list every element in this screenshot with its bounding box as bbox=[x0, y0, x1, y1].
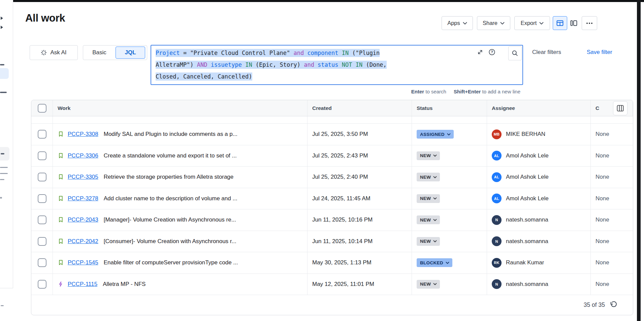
ellipsis-icon bbox=[586, 22, 593, 24]
syntax-help-button[interactable]: ? bbox=[488, 49, 495, 57]
avatar[interactable]: AL bbox=[492, 194, 502, 203]
status-badge[interactable]: ASSIGNED bbox=[417, 130, 454, 139]
work-table-body: PCCP-3308Modify SAL and Plugin to includ… bbox=[31, 124, 633, 295]
run-search-button[interactable] bbox=[508, 46, 522, 60]
issue-summary[interactable]: [Manager]- Volume Creation with Asynchro… bbox=[104, 216, 236, 223]
story-icon bbox=[58, 216, 64, 223]
issue-key-link[interactable]: PCCP-1115 bbox=[68, 281, 97, 288]
expand-editor-button[interactable] bbox=[477, 49, 483, 57]
jql-token: and bbox=[300, 61, 318, 68]
apps-button[interactable]: Apps bbox=[442, 16, 473, 30]
story-icon bbox=[58, 152, 64, 159]
jql-query-input[interactable]: Project = "Private Cloud Control Plane" … bbox=[151, 45, 523, 85]
ask-ai-button[interactable]: Ask AI bbox=[30, 45, 78, 60]
chevron-down-icon bbox=[433, 219, 437, 221]
row-checkbox[interactable] bbox=[38, 173, 46, 181]
row-checkbox[interactable] bbox=[38, 130, 46, 139]
issue-summary[interactable]: Retrieve the storage properties from All… bbox=[104, 174, 234, 180]
column-header-created[interactable]: Created bbox=[308, 100, 412, 116]
jql-mode-button[interactable]: JQL bbox=[116, 47, 145, 59]
configure-columns-button[interactable] bbox=[613, 101, 627, 115]
table-row: PCCP-3308Modify SAL and Plugin to includ… bbox=[31, 124, 633, 145]
row-checkbox[interactable] bbox=[38, 237, 46, 246]
column-header-assignee[interactable]: Assignee bbox=[487, 100, 591, 116]
issue-key-link[interactable]: PCCP-1545 bbox=[68, 259, 98, 266]
issue-summary[interactable]: Enable filter of computeServer provision… bbox=[104, 259, 238, 266]
row-checkbox[interactable] bbox=[38, 258, 46, 267]
top-frame-line bbox=[10, 0, 644, 2]
extra-cell: None bbox=[591, 252, 633, 273]
issue-summary[interactable]: Modify SAL and Plugin to include comment… bbox=[104, 131, 237, 138]
status-badge[interactable]: NEW bbox=[417, 237, 440, 246]
jql-token: and bbox=[290, 50, 307, 56]
extra-cell: None bbox=[591, 274, 633, 295]
row-checkbox[interactable] bbox=[38, 194, 46, 203]
table-row: PCCP-1545Enable filter of computeServer … bbox=[31, 252, 633, 274]
status-badge[interactable]: BLOCKED bbox=[417, 258, 452, 267]
jql-editor-text[interactable]: Project = "Private Cloud Control Plane" … bbox=[156, 47, 387, 83]
issue-key-link[interactable]: PCCP-3278 bbox=[68, 195, 98, 202]
chevron-right-icon[interactable] bbox=[1, 17, 3, 20]
issue-key-link[interactable]: PCCP-2042 bbox=[68, 238, 98, 245]
row-checkbox[interactable] bbox=[38, 151, 46, 160]
sidebar-item-selected[interactable] bbox=[0, 68, 9, 79]
svg-text:?: ? bbox=[491, 50, 493, 54]
refresh-button[interactable] bbox=[610, 301, 617, 309]
assignee-name: Amol Ashok Lele bbox=[506, 152, 549, 159]
issue-key-link[interactable]: PCCP-2043 bbox=[68, 216, 98, 223]
jql-selection: AlletraMP") AND issuetype IN (Epic, Stor… bbox=[156, 61, 387, 69]
select-all-checkbox[interactable] bbox=[38, 104, 46, 113]
jql-token: Closed, Canceled, Cancelled) bbox=[156, 73, 252, 80]
avatar[interactable]: RK bbox=[492, 258, 502, 268]
table-header-row: Work Created Status Assignee C bbox=[31, 100, 633, 116]
row-checkbox[interactable] bbox=[38, 280, 46, 289]
avatar[interactable]: MB bbox=[492, 129, 502, 139]
avatar[interactable]: N bbox=[492, 279, 502, 289]
jql-token: = bbox=[180, 50, 190, 56]
story-icon bbox=[58, 238, 64, 245]
page-title: All work bbox=[25, 12, 65, 24]
issue-summary[interactable]: Alletra MP - NFS bbox=[103, 281, 146, 288]
issue-key-link[interactable]: PCCP-3308 bbox=[68, 131, 98, 138]
clear-filters-button[interactable]: Clear filters bbox=[532, 49, 561, 56]
column-header-status[interactable]: Status bbox=[412, 100, 487, 116]
created-cell: Jul 25, 2025, 3:50 PM bbox=[308, 124, 412, 145]
column-header-work[interactable]: Work bbox=[53, 100, 308, 116]
table-row: PCCP-2043[Manager]- Volume Creation with… bbox=[31, 209, 633, 231]
extra-cell: None bbox=[591, 231, 633, 252]
row-checkbox[interactable] bbox=[38, 215, 46, 224]
status-cell: NEW bbox=[412, 274, 487, 295]
save-filter-button[interactable]: Save filter bbox=[587, 49, 612, 56]
chevron-right-icon[interactable] bbox=[1, 26, 3, 29]
table-spacer-row bbox=[31, 116, 633, 124]
share-button[interactable]: Share bbox=[477, 16, 510, 30]
jql-selection: Project = "Private Cloud Control Plane" … bbox=[156, 49, 380, 57]
status-badge[interactable]: NEW bbox=[417, 280, 440, 289]
table-row: PCCP-3305Retrieve the storage properties… bbox=[31, 167, 633, 188]
avatar[interactable]: AL bbox=[492, 172, 502, 182]
status-badge[interactable]: NEW bbox=[417, 194, 440, 203]
status-badge[interactable]: NEW bbox=[417, 173, 440, 181]
jql-selection: Closed, Canceled, Cancelled) bbox=[156, 72, 252, 81]
table-row: PCCP-1115Alletra MP - NFSMay 12, 2025, 1… bbox=[31, 274, 633, 295]
status-badge[interactable]: NEW bbox=[417, 215, 440, 224]
detail-view-toggle-button[interactable] bbox=[570, 20, 577, 28]
status-badge[interactable]: NEW bbox=[417, 151, 440, 160]
jql-token: ("Plugin bbox=[352, 50, 380, 56]
issue-summary[interactable]: [Consumer]- Volume Creation with Asynchr… bbox=[104, 238, 236, 245]
avatar[interactable]: N bbox=[492, 236, 502, 246]
extra-cell: None bbox=[591, 145, 633, 167]
avatar[interactable]: AL bbox=[492, 151, 502, 160]
ai-sparkle-icon bbox=[41, 50, 47, 56]
avatar[interactable]: N bbox=[492, 215, 502, 225]
basic-mode-button[interactable]: Basic bbox=[83, 46, 116, 60]
work-cell: PCCP-3306Create a standalone volume and … bbox=[53, 145, 308, 167]
issue-key-link[interactable]: PCCP-3306 bbox=[68, 152, 98, 159]
created-cell: May 12, 2025, 11:01 PM bbox=[308, 274, 412, 295]
list-view-toggle-button[interactable] bbox=[553, 16, 567, 30]
issue-summary[interactable]: Create a standalone volume and export it… bbox=[104, 152, 237, 159]
issue-key-link[interactable]: PCCP-3305 bbox=[68, 174, 98, 180]
more-options-button[interactable] bbox=[582, 16, 597, 30]
export-button[interactable]: Export bbox=[514, 16, 550, 30]
issue-summary[interactable]: Add cluster name to the description of v… bbox=[104, 195, 237, 202]
